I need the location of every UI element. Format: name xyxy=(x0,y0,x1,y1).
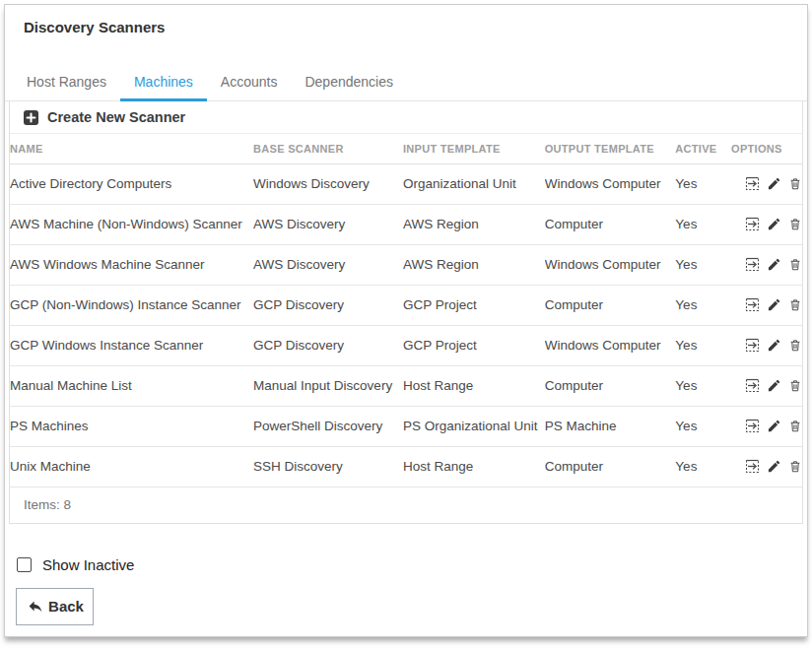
column-header-output-template: OUTPUT TEMPLATE xyxy=(545,134,676,163)
view-scanner-settings-icon[interactable] xyxy=(745,378,760,393)
cell-base-scanner: GCP Discovery xyxy=(253,285,403,325)
cell-output-template: PS Machine xyxy=(545,406,676,446)
tab-accounts[interactable]: Accounts xyxy=(207,66,292,101)
cell-name: AWS Machine (Non-Windows) Scanner xyxy=(10,204,253,244)
cell-output-template: Windows Computer xyxy=(545,163,676,204)
cell-active: Yes xyxy=(675,406,731,446)
cell-active: Yes xyxy=(675,163,731,204)
table-row: PS Machines PowerShell Discovery PS Orga… xyxy=(10,406,802,446)
cell-name: GCP Windows Instance Scanner xyxy=(10,325,253,365)
cell-options xyxy=(731,285,802,325)
cell-output-template: Computer xyxy=(545,446,676,487)
cell-name: PS Machines xyxy=(10,406,253,446)
cell-base-scanner: Windows Discovery xyxy=(253,163,403,204)
cell-output-template: Windows Computer xyxy=(545,325,676,365)
table-row: GCP Windows Instance Scanner GCP Discove… xyxy=(10,325,802,365)
view-scanner-settings-icon[interactable] xyxy=(745,176,760,191)
table-row: AWS Machine (Non-Windows) Scanner AWS Di… xyxy=(10,204,802,244)
scanner-table-panel: Create New Scanner NAMEBASE SCANNERINPUT… xyxy=(9,101,803,524)
cell-active: Yes xyxy=(675,325,731,365)
plus-icon xyxy=(24,110,38,125)
edit-scanner-icon[interactable] xyxy=(767,217,781,231)
column-header-active: ACTIVE xyxy=(675,134,731,163)
table-row: Manual Machine List Manual Input Discove… xyxy=(10,365,802,406)
cell-active: Yes xyxy=(675,204,731,244)
edit-scanner-icon[interactable] xyxy=(767,338,781,353)
cell-options xyxy=(731,163,802,204)
tab-host-ranges[interactable]: Host Ranges xyxy=(13,66,120,101)
cell-input-template: AWS Region xyxy=(403,204,545,244)
edit-scanner-icon[interactable] xyxy=(767,176,781,191)
show-inactive-control: Show Inactive xyxy=(17,556,807,573)
view-scanner-settings-icon[interactable] xyxy=(745,419,760,433)
edit-scanner-icon[interactable] xyxy=(767,419,781,433)
cell-options xyxy=(731,446,802,487)
view-scanner-settings-icon[interactable] xyxy=(745,338,760,353)
cell-base-scanner: GCP Discovery xyxy=(253,325,403,365)
delete-scanner-icon[interactable] xyxy=(788,176,802,191)
show-inactive-checkbox[interactable] xyxy=(17,557,32,572)
cell-base-scanner: AWS Discovery xyxy=(253,244,403,285)
table-header-row: NAMEBASE SCANNERINPUT TEMPLATEOUTPUT TEM… xyxy=(10,134,802,163)
back-button[interactable]: Back xyxy=(16,588,94,625)
cell-active: Yes xyxy=(675,446,731,487)
cell-input-template: GCP Project xyxy=(403,285,545,325)
cell-name: Manual Machine List xyxy=(10,365,253,406)
cell-input-template: Organizational Unit xyxy=(403,163,545,204)
items-count: Items: 8 xyxy=(10,487,802,523)
cell-name: Unix Machine xyxy=(10,446,253,487)
cell-input-template: AWS Region xyxy=(403,244,545,285)
cell-base-scanner: PowerShell Discovery xyxy=(253,406,403,446)
edit-scanner-icon[interactable] xyxy=(767,257,781,272)
cell-options xyxy=(731,325,802,365)
column-header-name: NAME xyxy=(10,134,253,163)
delete-scanner-icon[interactable] xyxy=(788,378,802,393)
edit-scanner-icon[interactable] xyxy=(767,297,781,312)
delete-scanner-icon[interactable] xyxy=(788,338,802,353)
delete-scanner-icon[interactable] xyxy=(788,217,802,231)
delete-scanner-icon[interactable] xyxy=(788,419,802,433)
show-inactive-label: Show Inactive xyxy=(42,556,134,573)
view-scanner-settings-icon[interactable] xyxy=(745,297,760,312)
column-header-input-template: INPUT TEMPLATE xyxy=(403,134,545,163)
view-scanner-settings-icon[interactable] xyxy=(745,459,760,474)
cell-active: Yes xyxy=(675,285,731,325)
table-row: Unix Machine SSH Discovery Host Range Co… xyxy=(10,446,802,487)
back-arrow-icon xyxy=(26,598,45,615)
view-scanner-settings-icon[interactable] xyxy=(745,257,760,272)
cell-output-template: Computer xyxy=(545,285,676,325)
cell-base-scanner: AWS Discovery xyxy=(253,204,403,244)
cell-active: Yes xyxy=(675,365,731,406)
view-scanner-settings-icon[interactable] xyxy=(745,217,760,231)
delete-scanner-icon[interactable] xyxy=(788,297,802,312)
cell-output-template: Computer xyxy=(545,204,676,244)
cell-name: GCP (Non-Windows) Instance Scanner xyxy=(10,285,253,325)
delete-scanner-icon[interactable] xyxy=(788,257,802,272)
create-new-scanner-label: Create New Scanner xyxy=(47,109,185,125)
tab-machines[interactable]: Machines xyxy=(120,66,207,101)
cell-base-scanner: SSH Discovery xyxy=(253,446,403,487)
edit-scanner-icon[interactable] xyxy=(767,378,781,393)
create-new-scanner-button[interactable]: Create New Scanner xyxy=(10,101,802,134)
cell-output-template: Windows Computer xyxy=(545,244,676,285)
tab-dependencies[interactable]: Dependencies xyxy=(291,66,407,101)
cell-input-template: Host Range xyxy=(403,365,545,406)
column-header-options: OPTIONS xyxy=(731,134,802,163)
cell-options xyxy=(731,244,802,285)
cell-name: Active Directory Computers xyxy=(10,163,253,204)
cell-options xyxy=(731,365,802,406)
table-row: GCP (Non-Windows) Instance Scanner GCP D… xyxy=(10,285,802,325)
column-header-base-scanner: BASE SCANNER xyxy=(253,134,403,163)
edit-scanner-icon[interactable] xyxy=(767,459,781,474)
cell-output-template: Computer xyxy=(545,365,676,406)
delete-scanner-icon[interactable] xyxy=(788,459,802,474)
cell-base-scanner: Manual Input Discovery xyxy=(253,365,403,406)
back-button-label: Back xyxy=(48,598,84,615)
page-title: Discovery Scanners xyxy=(5,5,807,35)
cell-active: Yes xyxy=(675,244,731,285)
cell-input-template: GCP Project xyxy=(403,325,545,365)
cell-options xyxy=(731,204,802,244)
cell-options xyxy=(731,406,802,446)
discovery-scanners-panel: Discovery Scanners Host Ranges Machines … xyxy=(4,4,808,637)
cell-name: AWS Windows Machine Scanner xyxy=(10,244,253,285)
